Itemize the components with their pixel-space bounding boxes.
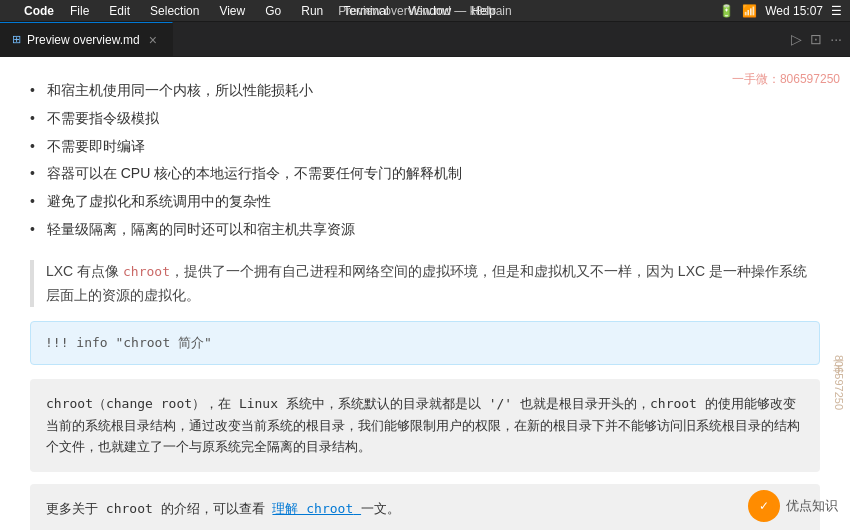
list-item: 避免了虚拟化和系统调用中的复杂性 (30, 188, 820, 216)
chroot-inline: chroot (123, 264, 170, 279)
menu-edit[interactable]: Edit (105, 3, 134, 19)
tab-close-button[interactable]: × (146, 31, 160, 49)
menu-view[interactable]: View (215, 3, 249, 19)
tab-file-icon: ⊞ (12, 33, 21, 46)
code-block-2: 更多关于 chroot 的介绍，可以查看 理解 chroot 一文。 (30, 484, 820, 530)
menu-go[interactable]: Go (261, 3, 285, 19)
info-block: !!! info "chroot 简介" (30, 321, 820, 365)
preview-panel[interactable]: 一手微：806597250 和宿主机使用同一个内核，所以性能损耗小 不需要指令级… (0, 57, 850, 530)
battery-icon: 🔋 (719, 4, 734, 18)
info-block-text: !!! info "chroot 简介" (45, 335, 212, 350)
more-button[interactable]: ··· (830, 31, 842, 47)
list-item: 容器可以在 CPU 核心的本地运行指令，不需要任何专门的解释机制 (30, 160, 820, 188)
lxc-text-prefix: LXC 有点像 (46, 263, 123, 279)
list-item: 不需要即时编译 (30, 133, 820, 161)
code-block-1-text: chroot（change root），在 Linux 系统中，系统默认的目录就… (46, 396, 800, 454)
menu-run[interactable]: Run (297, 3, 327, 19)
code-block-2-prefix: 更多关于 chroot 的介绍，可以查看 (46, 501, 265, 516)
tabbar-actions: ▷ ⊡ ··· (791, 31, 842, 47)
bullet-list: 和宿主机使用同一个内核，所以性能损耗小 不需要指令级模拟 不需要即时编译 容器可… (30, 77, 820, 244)
menubar: Code File Edit Selection View Go Run Ter… (0, 0, 850, 22)
code-block-1: chroot（change root），在 Linux 系统中，系统默认的目录就… (30, 379, 820, 471)
main-content: 一手微：806597250 和宿主机使用同一个内核，所以性能损耗小 不需要指令级… (0, 57, 850, 530)
menu-file[interactable]: File (66, 3, 93, 19)
chroot-link[interactable]: 理解 chroot (272, 501, 361, 516)
menu-selection[interactable]: Selection (146, 3, 203, 19)
wifi-icon: 📶 (742, 4, 757, 18)
menubar-center-title: Preview overview.md — k8strain (338, 4, 511, 18)
split-button[interactable]: ⊡ (810, 31, 822, 47)
notification-icon[interactable]: ☰ (831, 4, 842, 18)
tab-label: Preview overview.md (27, 33, 140, 47)
tabbar: ⊞ Preview overview.md × ▷ ⊡ ··· (0, 22, 850, 57)
clock: Wed 15:07 (765, 4, 823, 18)
lxc-paragraph: LXC 有点像 chroot，提供了一个拥有自己进程和网络空间的虚拟环境，但是和… (30, 260, 820, 308)
menubar-right: 🔋 📶 Wed 15:07 ☰ (719, 4, 842, 18)
menubar-app-name[interactable]: Code (24, 4, 54, 18)
list-item: 不需要指令级模拟 (30, 105, 820, 133)
watermark-mid-right: 一手806597250 (829, 355, 848, 410)
code-block-2-suffix: 一文。 (361, 501, 400, 516)
run-button[interactable]: ▷ (791, 31, 802, 47)
tab-preview[interactable]: ⊞ Preview overview.md × (0, 22, 173, 57)
list-item: 和宿主机使用同一个内核，所以性能损耗小 (30, 77, 820, 105)
list-item: 轻量级隔离，隔离的同时还可以和宿主机共享资源 (30, 216, 820, 244)
